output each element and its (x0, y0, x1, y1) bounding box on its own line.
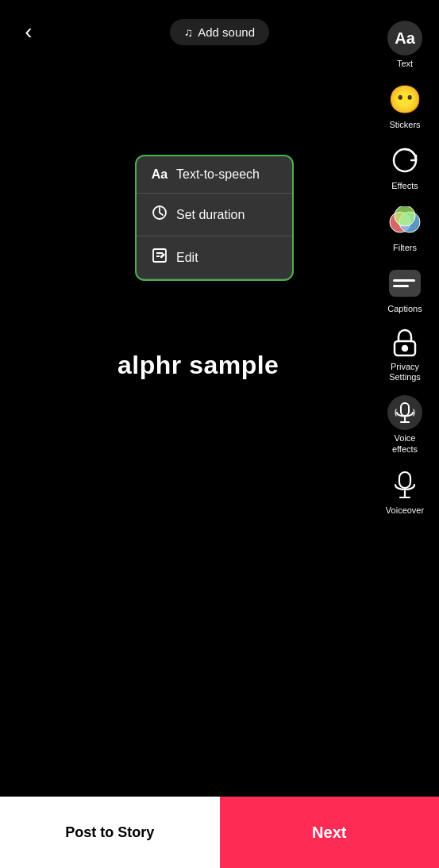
text-to-speech-label: Text-to-speech (176, 167, 260, 182)
sidebar-item-text[interactable]: Aa Text (377, 16, 433, 74)
add-sound-button[interactable]: ♫ Add sound (170, 19, 269, 45)
sidebar-item-privacy[interactable]: PrivacySettings (377, 322, 433, 387)
svg-rect-6 (401, 403, 409, 416)
sidebar-label-voiceover: Voiceover (386, 505, 424, 516)
popup-triangle (206, 279, 222, 281)
sidebar-label-effects: Effects (391, 181, 418, 191)
svg-rect-9 (399, 472, 410, 488)
voiceover-icon (387, 467, 422, 502)
post-to-story-label: Post to Story (65, 824, 154, 841)
voice-effects-icon (387, 395, 422, 430)
popup-menu: Aa Text-to-speech Set duration Edit (135, 155, 294, 281)
text-to-speech-icon: Aa (151, 167, 168, 182)
captions-icon (387, 266, 422, 301)
bottom-bar: Post to Story Next (0, 797, 439, 868)
sidebar-label-privacy: PrivacySettings (389, 362, 421, 382)
add-sound-label: Add sound (198, 25, 255, 39)
sidebar-item-voice[interactable]: Voiceeffects (377, 390, 433, 459)
post-to-story-button[interactable]: Post to Story (0, 797, 220, 868)
popup-edit[interactable]: Edit (137, 236, 292, 279)
svg-point-3 (395, 206, 415, 226)
stickers-icon: 😶 (387, 82, 422, 117)
lock-icon (389, 327, 421, 359)
sidebar-label-captions: Captions (387, 304, 422, 314)
set-duration-icon (151, 205, 168, 225)
sidebar-item-stickers[interactable]: 😶 Stickers (377, 77, 433, 135)
sidebar-item-voiceover[interactable]: Voiceover (377, 463, 433, 520)
header: ‹ ♫ Add sound (0, 0, 439, 63)
text-overlay-content: alphr sample (117, 351, 279, 379)
effects-icon (387, 143, 422, 178)
music-note-icon: ♫ (184, 25, 193, 39)
next-button[interactable]: Next (220, 797, 440, 868)
back-arrow-icon: ‹ (25, 19, 32, 44)
set-duration-label: Set duration (176, 208, 245, 222)
popup-text-to-speech[interactable]: Aa Text-to-speech (137, 156, 292, 194)
edit-icon (151, 248, 168, 267)
sidebar-label-stickers: Stickers (389, 120, 420, 130)
sidebar-label-filters: Filters (393, 243, 417, 253)
sidebar-item-effects[interactable]: Effects (377, 138, 433, 196)
edit-label: Edit (176, 251, 198, 265)
next-label: Next (312, 824, 346, 842)
popup-set-duration[interactable]: Set duration (137, 194, 292, 236)
sidebar-label-voice: Voiceeffects (392, 433, 418, 454)
text-icon: Aa (387, 21, 422, 56)
right-sidebar: Aa Text 😶 Stickers Effects Fil (377, 16, 433, 520)
sidebar-item-captions[interactable]: Captions (377, 261, 433, 319)
svg-point-5 (402, 346, 407, 351)
back-button[interactable]: ‹ (13, 16, 44, 48)
text-overlay[interactable]: alphr sample (103, 341, 293, 390)
filters-icon (387, 205, 422, 240)
sidebar-label-text: Text (397, 59, 413, 69)
sidebar-item-filters[interactable]: Filters (377, 200, 433, 258)
